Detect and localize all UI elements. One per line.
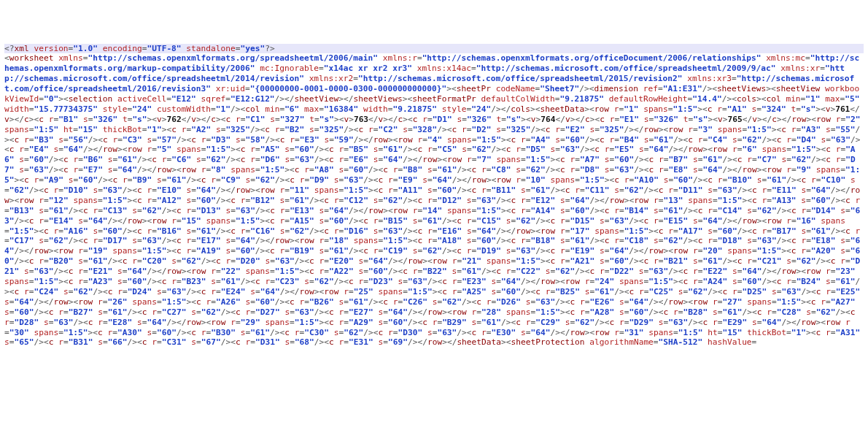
xml-source-view: <?xml version="1.0" encoding="UTF-8" sta… <box>4 44 864 348</box>
